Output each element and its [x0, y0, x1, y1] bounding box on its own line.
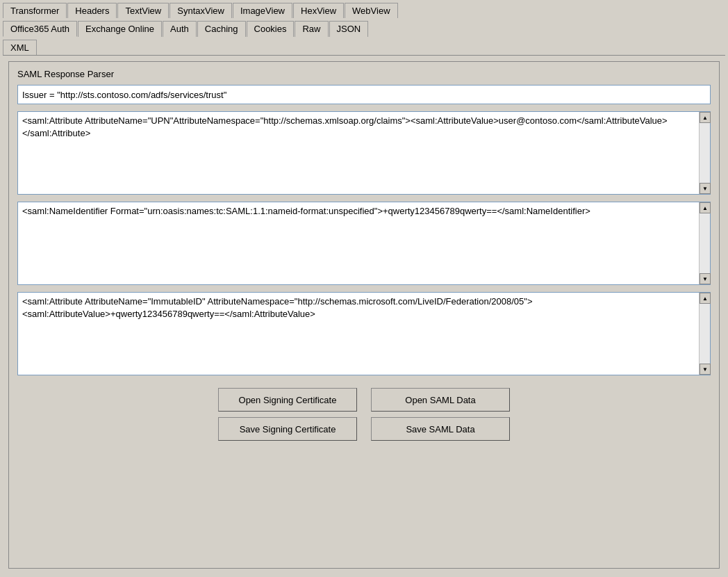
scroll-down-btn-3[interactable]: ▼: [700, 364, 711, 375]
open-saml-data-button[interactable]: Open SAML Data: [371, 388, 510, 412]
app-window: Transformer Headers TextView SyntaxView …: [0, 0, 728, 577]
tab-office365auth[interactable]: Office365 Auth: [3, 21, 77, 37]
tab-row-2: Office365 Auth Exchange Online Auth Cach…: [0, 18, 728, 37]
tab-transformer[interactable]: Transformer: [3, 3, 67, 18]
scroll-up-btn-1[interactable]: ▲: [700, 112, 711, 123]
tab-caching[interactable]: Caching: [197, 21, 246, 37]
open-signing-certificate-button[interactable]: Open Signing Certificate: [218, 388, 357, 412]
tab-xml[interactable]: XML: [3, 40, 37, 55]
saml-nameidentifier-text[interactable]: <saml:NameIdentifier Format="urn:oasis:n…: [18, 202, 699, 284]
content-area: SAML Response Parser <saml:Attribute Att…: [0, 56, 728, 577]
button-row-2: Save Signing Certificate Save SAML Data: [218, 417, 510, 441]
scrollbar-track-3: [700, 304, 710, 364]
scrollbar-1[interactable]: ▲ ▼: [699, 112, 710, 194]
saml-attribute-textarea-2: <saml:Attribute AttributeName="Immutable…: [17, 292, 711, 375]
save-signing-certificate-button[interactable]: Save Signing Certificate: [218, 417, 357, 441]
tab-row-3: XML: [0, 37, 728, 55]
button-row-1: Open Signing Certificate Open SAML Data: [218, 388, 510, 412]
tab-row-1: Transformer Headers TextView SyntaxView …: [0, 0, 728, 18]
tab-webview[interactable]: WebView: [345, 3, 397, 18]
scroll-up-btn-3[interactable]: ▲: [700, 293, 711, 304]
scrollbar-2[interactable]: ▲ ▼: [699, 202, 710, 284]
tab-textview[interactable]: TextView: [117, 3, 169, 18]
saml-attribute-text-1[interactable]: <saml:Attribute AttributeName="UPN"Attri…: [18, 112, 699, 194]
tab-headers[interactable]: Headers: [67, 3, 117, 18]
scroll-up-btn-2[interactable]: ▲: [700, 202, 711, 213]
scrollbar-track-2: [700, 213, 710, 273]
scroll-down-btn-2[interactable]: ▼: [700, 273, 711, 284]
tab-imageview[interactable]: ImageView: [233, 3, 292, 18]
tab-auth[interactable]: Auth: [163, 21, 197, 37]
group-box-title: SAML Response Parser: [17, 69, 711, 79]
saml-attribute-textarea-1: <saml:Attribute AttributeName="UPN"Attri…: [17, 111, 711, 195]
tab-cookies[interactable]: Cookies: [247, 21, 295, 37]
tab-exchange-online[interactable]: Exchange Online: [78, 21, 162, 37]
tab-syntaxview[interactable]: SyntaxView: [169, 3, 232, 18]
saml-nameidentifier-textarea: <saml:NameIdentifier Format="urn:oasis:n…: [17, 202, 711, 285]
saml-attribute-text-2[interactable]: <saml:Attribute AttributeName="Immutable…: [18, 293, 699, 375]
tab-raw[interactable]: Raw: [295, 21, 328, 37]
saml-response-parser-group: SAML Response Parser <saml:Attribute Att…: [8, 61, 720, 569]
scroll-down-btn-1[interactable]: ▼: [700, 183, 711, 194]
scrollbar-3[interactable]: ▲ ▼: [699, 293, 710, 375]
scrollbar-track-1: [700, 123, 710, 183]
issuer-input[interactable]: [17, 85, 711, 104]
tab-json[interactable]: JSON: [329, 21, 369, 37]
buttons-area: Open Signing Certificate Open SAML Data …: [17, 388, 711, 441]
save-saml-data-button[interactable]: Save SAML Data: [371, 417, 510, 441]
tab-hexview[interactable]: HexView: [293, 3, 344, 18]
